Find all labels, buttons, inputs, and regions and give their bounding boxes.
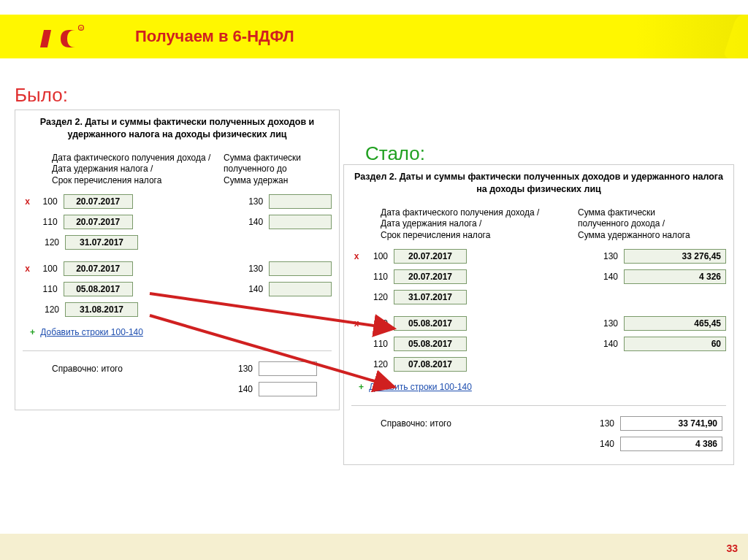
delete-icon[interactable]: x	[351, 318, 362, 329]
after-block-2: x 100 05.08.2017 130 465,45 110 05.08.20…	[351, 315, 726, 373]
col-header-sums: Сумма фактически полученного дохода / Су…	[578, 207, 690, 242]
code-140: 140	[243, 217, 263, 227]
sum-field[interactable]	[269, 261, 332, 276]
column-headers-before: Дата фактического получения дохода / Дат…	[23, 153, 332, 187]
panel-after: Раздел 2. Даты и суммы фактически получе…	[343, 164, 734, 465]
summary-label: Справочно: итого	[52, 364, 198, 374]
summary-label: Справочно: итого	[381, 418, 549, 429]
delete-icon[interactable]: x	[23, 264, 32, 274]
add-rows-link[interactable]: + Добавить строки 100-140	[30, 327, 332, 337]
code-130: 130	[231, 364, 253, 374]
code-120: 120	[37, 237, 59, 248]
page-number: 33	[726, 542, 738, 554]
code-140: 140	[596, 272, 618, 282]
summary-field: 4 386	[620, 437, 722, 451]
col-header-dates: Дата фактического получения дохода / Дат…	[52, 153, 224, 187]
date-field[interactable]: 20.07.2017	[64, 261, 133, 276]
code-130: 130	[243, 264, 263, 274]
section-title-before: Раздел 2. Даты и суммы фактически получе…	[23, 116, 332, 141]
footer-bar: 33	[0, 534, 748, 560]
code-110: 110	[37, 217, 57, 227]
summary-field: 33 741,90	[620, 416, 722, 431]
before-block-2: x 100 20.07.2017 130 110 05.08.2017 140 …	[23, 260, 332, 318]
divider	[351, 405, 726, 406]
code-120: 120	[366, 292, 388, 302]
logo-1c: R	[40, 20, 91, 53]
after-block-1: x 100 20.07.2017 130 33 276,45 110 20.07…	[351, 248, 726, 306]
before-block-1: x 100 20.07.2017 130 110 20.07.2017 140 …	[23, 193, 332, 251]
code-130: 130	[596, 251, 618, 261]
summary-field	[259, 382, 317, 396]
date-field[interactable]: 31.07.2017	[65, 235, 138, 250]
code-100: 100	[37, 196, 57, 207]
add-rows-text[interactable]: Добавить строки 100-140	[369, 382, 472, 392]
sum-field[interactable]: 4 326	[624, 269, 726, 284]
date-field[interactable]: 20.07.2017	[64, 194, 133, 209]
summary-field	[259, 361, 317, 376]
code-120: 120	[37, 304, 59, 315]
code-130: 130	[596, 318, 618, 329]
date-field[interactable]: 31.07.2017	[394, 290, 467, 304]
date-field[interactable]: 20.07.2017	[394, 269, 467, 284]
code-100: 100	[366, 251, 388, 261]
sum-field[interactable]: 465,45	[624, 316, 726, 331]
label-before: Было:	[15, 84, 68, 107]
code-140: 140	[243, 284, 263, 294]
code-100: 100	[366, 318, 388, 329]
sum-field[interactable]: 33 276,45	[624, 249, 726, 264]
code-110: 110	[37, 284, 57, 294]
code-120: 120	[366, 359, 388, 369]
date-field[interactable]: 31.08.2017	[65, 302, 138, 317]
column-headers-after: Дата фактического получения дохода / Дат…	[351, 207, 726, 242]
code-100: 100	[37, 264, 57, 274]
slide-title: Получаем в 6-НДФЛ	[135, 27, 294, 46]
label-after: Стало:	[365, 142, 425, 165]
sum-field[interactable]	[269, 282, 332, 296]
date-field[interactable]: 05.08.2017	[394, 316, 467, 331]
code-140: 140	[596, 339, 618, 349]
add-rows-text[interactable]: Добавить строки 100-140	[40, 327, 143, 337]
date-field[interactable]: 20.07.2017	[64, 215, 133, 229]
code-110: 110	[366, 339, 388, 349]
delete-icon[interactable]: x	[351, 251, 362, 261]
section-title-after: Раздел 2. Даты и суммы фактически получе…	[351, 171, 726, 196]
date-field[interactable]: 05.08.2017	[394, 337, 467, 351]
code-130: 130	[243, 196, 263, 207]
plus-icon: +	[30, 327, 35, 337]
sum-field[interactable]	[269, 194, 332, 209]
svg-rect-0	[40, 30, 51, 47]
date-field[interactable]: 07.08.2017	[394, 357, 467, 372]
delete-icon[interactable]: x	[23, 196, 32, 207]
code-140: 140	[231, 384, 253, 394]
code-130: 130	[592, 418, 614, 429]
sum-field[interactable]: 60	[624, 337, 726, 351]
add-rows-link[interactable]: + Добавить строки 100-140	[359, 382, 726, 392]
date-field[interactable]: 20.07.2017	[394, 249, 467, 264]
header-band: R Получаем в 6-НДФЛ	[0, 15, 748, 58]
date-field[interactable]: 05.08.2017	[64, 282, 133, 296]
panel-before: Раздел 2. Даты и суммы фактически получе…	[15, 110, 340, 410]
code-110: 110	[366, 272, 388, 282]
plus-icon: +	[359, 382, 364, 392]
code-140: 140	[592, 439, 614, 449]
col-header-dates: Дата фактического получения дохода / Дат…	[381, 207, 578, 242]
divider	[23, 350, 332, 351]
sum-field[interactable]	[269, 215, 332, 229]
col-header-sums: Сумма фактически полученного до Сумма уд…	[224, 153, 301, 187]
